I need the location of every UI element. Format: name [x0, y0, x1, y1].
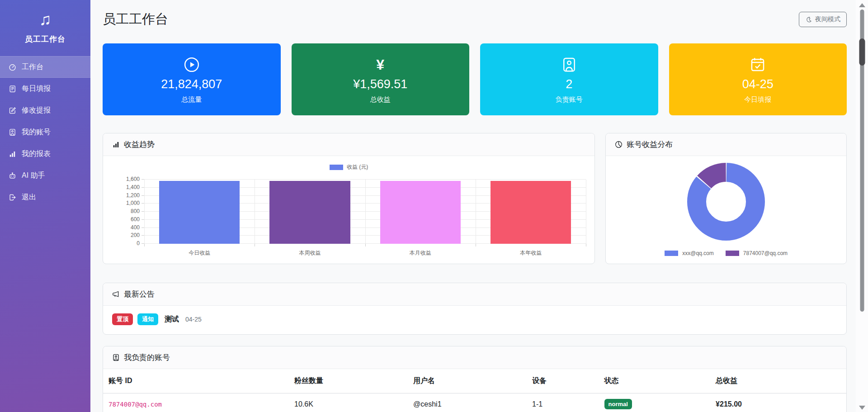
- sidebar-item-label: 我的账号: [22, 128, 51, 137]
- bar-本月收益[interactable]: [380, 181, 461, 244]
- stat-cards-row: 21,824,807 总流量 ¥ ¥1,569.51 总收益 2 负责账号 04…: [103, 43, 847, 115]
- person-badge-icon: [9, 128, 16, 136]
- y-tick-label: 400: [131, 224, 140, 231]
- donut-legend-item[interactable]: 7874007@qq.com: [726, 250, 788, 256]
- sidebar-item-workbench[interactable]: 工作台: [0, 56, 90, 78]
- x-tick: [586, 244, 586, 246]
- sidebar-item-edit-submission[interactable]: 修改提报: [0, 99, 90, 121]
- table-header-row: 账号 ID 粉丝数量 用户名 设备 状态 总收益: [103, 369, 846, 393]
- night-mode-button[interactable]: 夜间模式: [799, 12, 847, 27]
- accounts-card: 我负责的账号 账号 ID 粉丝数量 用户名 设备 状态 总收益 7874007@: [103, 346, 847, 412]
- charts-row: 收益趋势 收益 (元) 02004006008001,0001,2001,400…: [103, 133, 847, 264]
- x-tick: [255, 244, 255, 246]
- yen-icon: ¥: [376, 56, 384, 73]
- accounts-title: 我负责的账号: [124, 352, 170, 363]
- bar-chart-legend[interactable]: 收益 (元): [103, 163, 594, 171]
- donut-legend[interactable]: xxx@qq.com7874007@qq.com: [606, 250, 846, 256]
- donut-chart: [687, 163, 765, 241]
- distribution-title: 账号收益分布: [627, 139, 673, 150]
- music-note-icon: ♫: [0, 11, 90, 28]
- sidebar-item-logout[interactable]: 退出: [0, 186, 90, 208]
- stat-value: 04-25: [742, 77, 774, 91]
- legend-label: 收益 (元): [347, 163, 368, 171]
- calendar-check-icon: [750, 56, 766, 73]
- scroll-down-arrow-icon[interactable]: [859, 406, 865, 410]
- vertical-scrollbar[interactable]: [856, 0, 868, 412]
- scrollbar-thumb[interactable]: [859, 38, 865, 66]
- sidebar-item-daily-report[interactable]: 每日填报: [0, 78, 90, 99]
- bar-group[interactable]: 本周收益: [255, 180, 365, 244]
- donut-legend-item[interactable]: xxx@qq.com: [665, 250, 714, 256]
- notice-badge: 通知: [137, 313, 158, 325]
- moon-stars-icon: [805, 16, 812, 23]
- speedometer-icon: [9, 63, 16, 71]
- night-mode-label: 夜间模式: [815, 15, 840, 24]
- col-account-id: 账号 ID: [103, 369, 289, 393]
- sidebar-app-title: 员工工作台: [0, 34, 90, 44]
- x-tick: [365, 244, 366, 246]
- bar-本周收益[interactable]: [269, 181, 350, 244]
- main-content: 员工工作台 夜间模式 21,824,807 总流量 ¥ ¥1,569.51 总收…: [90, 0, 856, 412]
- sidebar-logo-block: ♫ 员工工作台: [0, 0, 90, 44]
- sidebar-item-my-reports[interactable]: 我的报表: [0, 143, 90, 165]
- col-device: 设备: [527, 369, 599, 393]
- sidebar-item-label: 退出: [22, 193, 36, 202]
- page-title: 员工工作台: [103, 10, 168, 28]
- play-circle-icon: [184, 56, 200, 73]
- stat-card-managed-accounts: 2 负责账号: [480, 43, 658, 115]
- sidebar-item-label: 工作台: [22, 62, 43, 72]
- x-category-label: 今日收益: [144, 249, 255, 257]
- bar-chart-plot-area: 02004006008001,0001,2001,4001,600今日收益本周收…: [144, 180, 586, 244]
- scroll-up-arrow-icon[interactable]: [859, 3, 865, 7]
- x-tick: [144, 244, 145, 246]
- revenue-trend-chart: 收益 (元) 02004006008001,0001,2001,4001,600…: [103, 156, 594, 264]
- bar-chart-icon: [112, 141, 120, 148]
- legend-label: xxx@qq.com: [682, 250, 714, 256]
- pinned-badge: 置顶: [112, 313, 133, 325]
- sidebar-nav: 工作台 每日填报 修改提报 我的账号 我的报表 AI 助手 退出: [0, 56, 90, 208]
- person-badge-icon: [561, 56, 577, 73]
- status-badge: normal: [604, 399, 632, 409]
- announcement-item[interactable]: 置顶 通知 测试 04-25: [103, 306, 846, 333]
- distribution-chart: xxx@qq.com7874007@qq.com: [606, 156, 846, 264]
- stat-card-total-traffic: 21,824,807 总流量: [103, 43, 281, 115]
- page-header: 员工工作台 夜间模式: [103, 9, 847, 30]
- x-category-label: 本周收益: [255, 249, 365, 257]
- x-category-label: 本月收益: [365, 249, 476, 257]
- sidebar-item-label: 我的报表: [22, 149, 51, 159]
- sidebar-item-ai-assistant[interactable]: AI 助手: [0, 165, 90, 186]
- accounts-table: 账号 ID 粉丝数量 用户名 设备 状态 总收益 7874007@qq.com …: [103, 369, 846, 412]
- person-badge-icon: [112, 354, 120, 361]
- pie-chart-icon: [615, 141, 623, 148]
- col-username: 用户名: [408, 369, 527, 393]
- announcement-date: 04-25: [185, 316, 202, 323]
- stat-label: 今日填报: [744, 95, 771, 104]
- stat-label: 总收益: [370, 95, 391, 104]
- username: @ceshi1: [408, 393, 527, 412]
- account-id-link[interactable]: 7874007@qq.com: [108, 401, 162, 408]
- distribution-header: 账号收益分布: [606, 133, 846, 156]
- sidebar-item-my-accounts[interactable]: 我的账号: [0, 121, 90, 143]
- bar-本年收益[interactable]: [491, 181, 571, 244]
- x-category-label: 本年收益: [476, 249, 586, 257]
- stat-value: 2: [566, 77, 572, 91]
- stat-value: ¥1,569.51: [353, 77, 407, 91]
- revenue-trend-header: 收益趋势: [103, 133, 594, 156]
- announcements-title: 最新公告: [124, 289, 155, 299]
- col-revenue: 总收益: [710, 369, 846, 393]
- bar-group[interactable]: 本月收益: [365, 180, 476, 244]
- y-tick-label: 1,600: [126, 176, 140, 182]
- announcement-title[interactable]: 测试: [165, 315, 179, 324]
- table-row[interactable]: 7874007@qq.com 10.6K @ceshi1 1-1 normal …: [103, 393, 846, 412]
- legend-swatch: [726, 251, 739, 256]
- megaphone-icon: [112, 290, 120, 298]
- stat-card-total-revenue: ¥ ¥1,569.51 总收益: [292, 43, 470, 115]
- robot-icon: [9, 172, 16, 180]
- accounts-header: 我负责的账号: [103, 346, 846, 369]
- distribution-card: 账号收益分布 xxx@qq.com7874007@qq.com: [605, 133, 847, 264]
- bar-今日收益[interactable]: [159, 181, 240, 244]
- bar-group[interactable]: 本年收益: [476, 180, 586, 244]
- revenue-trend-card: 收益趋势 收益 (元) 02004006008001,0001,2001,400…: [103, 133, 595, 264]
- device: 1-1: [527, 393, 599, 412]
- bar-group[interactable]: 今日收益: [144, 180, 255, 244]
